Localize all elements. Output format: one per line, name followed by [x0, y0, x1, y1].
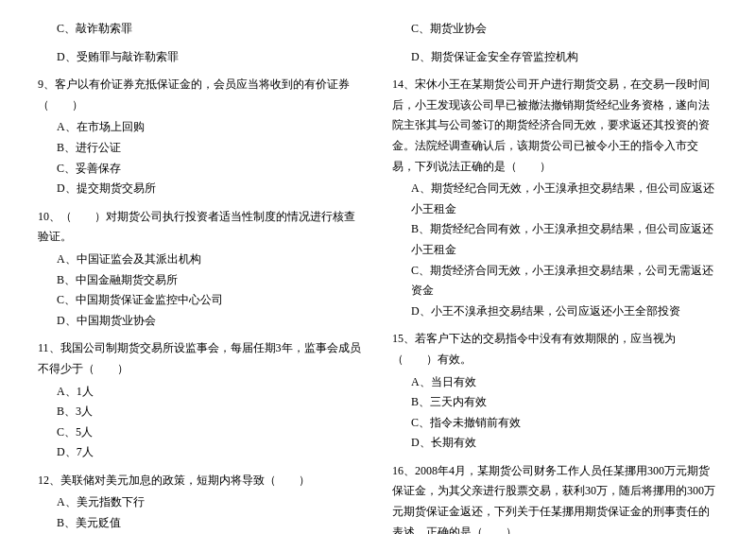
q12-text: 12、美联储对美元加息的政策，短期内将导致（ ） — [38, 471, 364, 491]
question-9: 9、客户以有价证券充抵保证金的，会员应当将收到的有价证券（ ） A、在市场上回购… — [38, 75, 364, 199]
q14-text: 14、宋休小王在某期货公司开户进行期货交易，在交易一段时间后，小王发现该公司早已… — [392, 75, 718, 177]
q10-optionD: D、中国期货业协会 — [57, 311, 364, 332]
q15-optionA: A、当日有效 — [411, 372, 718, 393]
option-text: C、期货业协会 — [411, 19, 718, 40]
option-text: D、受贿罪与敲诈勒索罪 — [57, 47, 364, 68]
q10-optionA: A、中国证监会及其派出机构 — [57, 250, 364, 270]
q12-optionB: B、美元贬值 — [57, 513, 364, 534]
q15-text: 15、若客户下达的交易指令中没有有效期限的，应当视为（ ）有效。 — [392, 329, 718, 370]
option-text: D、期货保证金安全存管监控机构 — [411, 47, 718, 68]
q14-optionA: A、期货经纪合同无效，小王溴承担交易结果，但公司应返还小王租金 — [411, 179, 718, 219]
q9-optionB: B、进行公证 — [57, 138, 364, 159]
q9-text: 9、客户以有价证券充抵保证金的，会员应当将收到的有价证券（ ） — [38, 75, 364, 115]
option-text: C、敲诈勒索罪 — [57, 19, 364, 40]
q12-optionA: A、美元指数下行 — [57, 492, 364, 513]
q15-optionD: D、长期有效 — [411, 433, 718, 454]
q10-optionC: C、中国期货保证金监控中心公司 — [57, 290, 364, 311]
q15-optionC: C、指令未撤销前有效 — [411, 413, 718, 434]
right-column: C、期货业协会 D、期货保证金安全存管监控机构 14、宋休小王在某期货公司开户进… — [392, 19, 718, 534]
q11-optionD: D、7人 — [57, 442, 364, 463]
option-d-supervisory: D、期货保证金安全存管监控机构 — [392, 47, 718, 68]
q9-optionD: D、提交期货交易所 — [57, 179, 364, 199]
q10-optionB: B、中国金融期货交易所 — [57, 270, 364, 291]
option-c-association: C、期货业协会 — [392, 19, 718, 40]
q10-text: 10、（ ）对期货公司执行投资者适当性制度的情况进行核查验证。 — [38, 207, 364, 248]
q11-optionC: C、5人 — [57, 422, 364, 443]
question-15: 15、若客户下达的交易指令中没有有效期限的，应当视为（ ）有效。 A、当日有效 … — [392, 329, 718, 454]
q11-text: 11、我国公司制期货交易所设监事会，每届任期3年，监事会成员不得少于（ ） — [38, 338, 364, 379]
q14-optionD: D、小王不溴承担交易结果，公司应返还小王全部投资 — [411, 301, 718, 322]
q16-text: 16、2008年4月，某期货公司财务工作人员任某挪用300万元期货保证金，为其父… — [392, 461, 718, 534]
option-d-extortion: D、受贿罪与敲诈勒索罪 — [38, 47, 364, 68]
question-11: 11、我国公司制期货交易所设监事会，每届任期3年，监事会成员不得少于（ ） A、… — [38, 338, 364, 463]
q14-optionB: B、期货经纪合同有效，小王溴承担交易结果，但公司应返还小王租金 — [411, 219, 718, 260]
question-14: 14、宋休小王在某期货公司开户进行期货交易，在交易一段时间后，小王发现该公司早已… — [392, 75, 718, 321]
q11-optionB: B、3人 — [57, 402, 364, 422]
q9-optionC: C、妥善保存 — [57, 159, 364, 180]
q11-optionA: A、1人 — [57, 382, 364, 403]
q14-optionC: C、期货经济合同无效，小王溴承担交易结果，公司无需返还资金 — [411, 261, 718, 301]
question-12: 12、美联储对美元加息的政策，短期内将导致（ ） A、美元指数下行 B、美元贬值… — [38, 471, 364, 534]
left-column: C、敲诈勒索罪 D、受贿罪与敲诈勒索罪 9、客户以有价证券充抵保证金的，会员应当… — [38, 19, 364, 534]
question-10: 10、（ ）对期货公司执行投资者适当性制度的情况进行核查验证。 A、中国证监会及… — [38, 207, 364, 332]
option-c-extortion: C、敲诈勒索罪 — [38, 19, 364, 40]
q9-optionA: A、在市场上回购 — [57, 117, 364, 138]
question-16: 16、2008年4月，某期货公司财务工作人员任某挪用300万元期货保证金，为其父… — [392, 461, 718, 534]
q15-optionB: B、三天内有效 — [411, 392, 718, 413]
